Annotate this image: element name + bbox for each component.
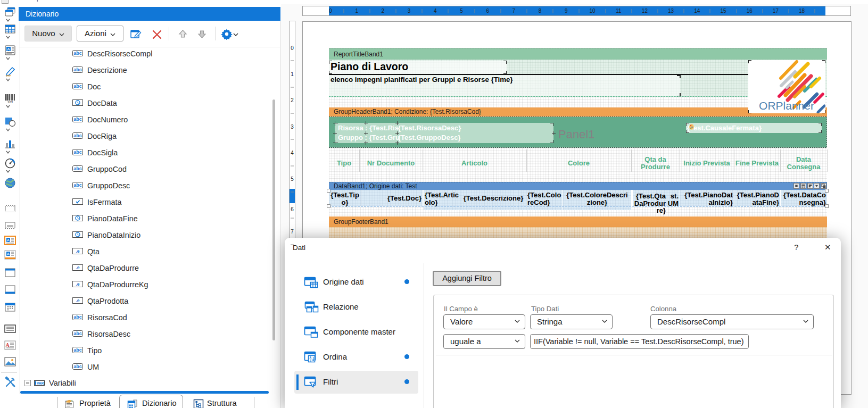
svg-text:abc: abc [73,364,82,369]
svg-text:abc: abc [73,314,82,320]
svg-text:.e: .e [76,298,79,303]
svg-text:abc: abc [73,149,82,155]
svg-text:VAR: VAR [37,381,44,385]
svg-text:abc: abc [73,51,82,56]
svg-text:A: A [5,342,10,348]
svg-text:abc: abc [73,182,82,188]
svg-text:abc: abc [73,347,82,353]
svg-text:A: A [7,238,10,243]
svg-text:A: A [7,252,10,256]
svg-text:abc: abc [73,331,82,336]
svg-text:abc: abc [73,166,82,171]
svg-text:.e: .e [76,265,79,270]
svg-text:abc: abc [73,116,82,122]
svg-text:abc: abc [73,67,82,72]
svg-text:.e: .e [76,248,79,254]
svg-text:ORPlanner: ORPlanner [759,99,814,112]
svg-text:A: A [7,47,10,52]
svg-text:abc: abc [73,133,82,138]
svg-text:abc: abc [73,84,82,89]
svg-text:.e: .e [76,281,79,287]
